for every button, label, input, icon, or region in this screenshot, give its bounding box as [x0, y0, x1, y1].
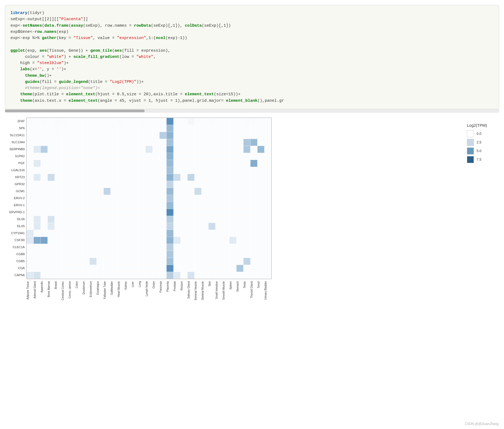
gene-label: SP6 — [5, 125, 26, 132]
heatmap-cell — [152, 160, 159, 167]
heatmap-cell — [132, 223, 139, 230]
heatmap-cell — [264, 202, 271, 209]
heatmap-cell — [215, 181, 222, 188]
heatmap-cell — [180, 167, 187, 174]
heatmap-cell — [125, 188, 132, 195]
heatmap-cell — [152, 132, 159, 139]
heatmap-cell — [90, 230, 97, 237]
heatmap-cell — [145, 251, 152, 258]
heatmap-cell — [34, 181, 41, 188]
heatmap-cell — [250, 209, 257, 216]
heatmap-cell — [118, 237, 125, 244]
heatmap-cell — [27, 132, 34, 139]
heatmap-cell — [34, 265, 41, 272]
heatmap-cell — [180, 216, 187, 223]
heatmap-cell — [229, 160, 236, 167]
heatmap-cell — [145, 223, 152, 230]
heatmap-cell — [62, 237, 69, 244]
heatmap-cell — [139, 209, 145, 216]
heatmap-cell — [111, 195, 118, 202]
gene-label: SLC22A11 — [5, 132, 26, 139]
heatmap-cell — [250, 139, 257, 146]
legend-label: 0.0 — [477, 132, 481, 136]
heatmap-cell — [250, 258, 257, 265]
heatmap-cell — [62, 160, 69, 167]
heatmap-cell — [55, 139, 62, 146]
heatmap-cell — [125, 230, 132, 237]
heatmap-cell — [41, 153, 48, 160]
heatmap-cell — [257, 188, 264, 195]
heatmap-cell — [152, 125, 159, 132]
heatmap-cell — [111, 181, 118, 188]
heatmap-cell — [125, 251, 132, 258]
heatmap-cell — [215, 272, 222, 279]
heatmap-cell — [55, 258, 62, 265]
heatmap-cell — [125, 223, 132, 230]
heatmap-cell — [187, 230, 194, 237]
heatmap-cell — [104, 118, 111, 125]
heatmap-cell — [250, 146, 257, 153]
heatmap-cell — [159, 167, 166, 174]
heatmap-cell — [257, 202, 264, 209]
heatmap-cell — [27, 118, 34, 125]
heatmap-cell — [125, 125, 132, 132]
heatmap-cell — [97, 272, 104, 279]
scrollbar-area[interactable] — [5, 109, 499, 113]
heatmap-cell — [187, 258, 194, 265]
heatmap-cell — [152, 167, 159, 174]
heatmap-cell — [55, 181, 62, 188]
heatmap-cell — [250, 237, 257, 244]
heatmap-cell — [90, 132, 97, 139]
heatmap-cell — [34, 237, 41, 244]
heatmap-cell — [34, 209, 41, 216]
heatmap-cell — [145, 237, 152, 244]
heatmap-cell — [215, 153, 222, 160]
heatmap-cell — [111, 216, 118, 223]
heatmap-cell — [215, 188, 222, 195]
heatmap-cell — [208, 258, 215, 265]
heatmap-row — [27, 118, 271, 125]
heatmap-cell — [194, 251, 201, 258]
heatmap-cell — [27, 209, 34, 216]
heatmap-cell — [104, 125, 111, 132]
heatmap-cell — [229, 153, 236, 160]
heatmap-cell — [83, 223, 90, 230]
x-axis-label: Testis — [243, 281, 250, 316]
heatmap-cell — [41, 258, 48, 265]
heatmap-cell — [236, 272, 243, 279]
heatmap-grid — [26, 118, 272, 279]
heatmap-cell — [166, 265, 173, 272]
scrollbar-thumb[interactable] — [5, 110, 145, 112]
heatmap-cell — [173, 265, 180, 272]
heatmap-cell — [208, 188, 215, 195]
heatmap-cell — [215, 237, 222, 244]
x-axis-label: Cervix, uterine — [68, 281, 75, 316]
heatmap-cell — [69, 209, 76, 216]
heatmap-cell — [264, 258, 271, 265]
heatmap-cell — [27, 125, 34, 132]
heatmap-cell — [180, 160, 187, 167]
gene-label: SLC13A4 — [5, 139, 26, 146]
heatmap-cell — [34, 118, 41, 125]
heatmap-cell — [118, 223, 125, 230]
heatmap-cell — [132, 209, 139, 216]
heatmap-cell — [139, 265, 145, 272]
heatmap-cell — [145, 265, 152, 272]
heatmap-cell — [41, 272, 48, 279]
heatmap-cell — [83, 118, 90, 125]
heatmap-cell — [139, 244, 145, 251]
heatmap-cell — [222, 195, 229, 202]
heatmap-cell — [173, 153, 180, 160]
heatmap-cell — [194, 244, 201, 251]
heatmap-cell — [83, 139, 90, 146]
heatmap-cell — [236, 153, 243, 160]
heatmap-cell — [83, 216, 90, 223]
heatmap-cell — [166, 223, 173, 230]
heatmap-cell — [132, 244, 139, 251]
x-axis-label: Adipose Tissue — [26, 281, 33, 316]
heatmap-cell — [159, 181, 166, 188]
heatmap-cell — [69, 202, 76, 209]
heatmap-cell — [118, 202, 125, 209]
heatmap-cell — [41, 132, 48, 139]
heatmap-cell — [118, 153, 125, 160]
